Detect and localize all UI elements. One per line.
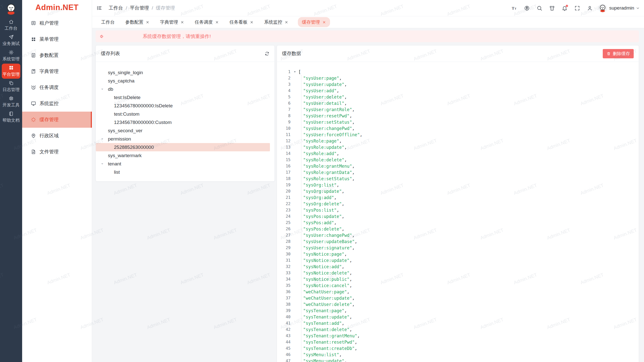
code-content: "sysNotice:add",: [303, 264, 344, 269]
line-number: 25: [277, 220, 291, 225]
tree-expand-caret[interactable]: [100, 137, 104, 141]
rail-item-home[interactable]: 工作台: [2, 18, 20, 33]
tab-6[interactable]: 缓存管理: [298, 17, 330, 27]
tab-4[interactable]: 任务看板: [229, 17, 254, 27]
rail-item-book[interactable]: 帮助文档: [2, 110, 20, 125]
tree-node-permission[interactable]: permission: [96, 135, 270, 143]
tree-node-123456780000000-custom[interactable]: 123456780000000:Custom: [96, 118, 270, 126]
tab-3[interactable]: 任务调度: [195, 17, 219, 27]
tree-node-test-custom[interactable]: test:Custom: [96, 110, 270, 118]
copy-icon: [9, 80, 14, 86]
sidebar-item-cache[interactable]: 缓存管理: [22, 112, 92, 128]
sidebar-item-region[interactable]: 行政区域: [22, 128, 92, 144]
rail-item-chip[interactable]: 开发工具: [2, 94, 20, 109]
code-content: "sysRole:grantMenu",: [303, 164, 355, 169]
app-logo-avatar[interactable]: [5, 2, 18, 15]
tab-close-icon[interactable]: [322, 20, 326, 24]
sidebar-item-menu-grid[interactable]: 菜单管理: [22, 31, 92, 47]
menu-fold-icon[interactable]: [96, 5, 102, 11]
rail-item-send[interactable]: 业务测试: [2, 33, 20, 48]
tab-1[interactable]: 参数配置: [125, 17, 149, 27]
sidebar-item-label: 字典管理: [39, 68, 59, 75]
delete-cache-label: 删除缓存: [613, 51, 630, 57]
code-content: "sysRole:page",: [303, 139, 342, 144]
sidebar-item-file[interactable]: 文件管理: [22, 144, 92, 160]
tree-node-sys-captcha[interactable]: sys_captcha: [96, 77, 270, 85]
json-viewer[interactable]: 1[2"sysUser:page",3"sysUser:update",4"sy…: [277, 62, 639, 362]
rail-item-label: 工作台: [5, 25, 18, 31]
sidebar-item-label: 菜单管理: [39, 36, 59, 42]
rail-item-copy[interactable]: 日志管理: [2, 79, 20, 94]
tree-node-test-isdelete[interactable]: test:IsDelete: [96, 93, 270, 102]
sidebar-item-dict[interactable]: 字典管理: [22, 63, 92, 79]
code-line: 23"sysPos:list",: [277, 207, 639, 213]
line-number: 33: [277, 270, 291, 275]
tree-node-list[interactable]: list: [96, 168, 270, 176]
tree-node-sys-wartermark[interactable]: sys_wartermark: [96, 151, 270, 160]
line-number: 3: [277, 82, 291, 87]
refresh-icon[interactable]: [265, 51, 269, 56]
tree-node-123456780000000-isdelete[interactable]: 123456780000000:IsDelete: [96, 102, 270, 110]
tab-close-icon[interactable]: [285, 20, 288, 24]
code-lines: 1[2"sysUser:page",3"sysUser:update",4"sy…: [277, 69, 639, 362]
rail-item-grid[interactable]: 平台管理: [2, 64, 20, 79]
line-number: 15: [277, 157, 291, 162]
tree-expand-caret[interactable]: [100, 162, 104, 166]
region-icon: [31, 133, 36, 139]
line-number: 27: [277, 233, 291, 238]
line-number: 36: [277, 289, 291, 294]
tab-5[interactable]: 系统监控: [264, 17, 288, 27]
code-content: "sysTenant:delete",: [303, 327, 352, 332]
breadcrumb-item-platform[interactable]: 平台管理: [130, 5, 149, 11]
tab-2[interactable]: 字典管理: [160, 17, 184, 27]
code-content: "sysUser:grantRole",: [303, 107, 355, 112]
user-menu[interactable]: superadmin: [598, 4, 640, 13]
search-icon[interactable]: [537, 5, 542, 11]
tree-node-sys-second-ver[interactable]: sys_second_ver: [96, 126, 270, 135]
line-number: 28: [277, 239, 291, 244]
fullscreen-icon[interactable]: [574, 5, 580, 11]
delete-cache-button[interactable]: 删除缓存: [603, 49, 634, 58]
tab-close-icon[interactable]: [180, 20, 184, 24]
code-content: "sysPos:list",: [303, 208, 339, 213]
code-content: "sysUser:updateBase",: [303, 239, 357, 244]
sidebar-item-config[interactable]: 参数配置: [22, 47, 92, 63]
tab-close-icon[interactable]: [146, 20, 149, 24]
notification-icon[interactable]: [562, 5, 568, 11]
tab-label: 任务看板: [229, 19, 248, 25]
file-icon: [31, 149, 36, 155]
trash-icon: [607, 52, 611, 56]
grid-icon: [9, 65, 14, 70]
line-number: 11: [277, 132, 291, 137]
code-line: 42"sysTenant:delete",: [277, 326, 639, 333]
code-content: "sysRole:update",: [303, 145, 347, 150]
tree-node-tenant[interactable]: tenant: [96, 160, 270, 168]
tab-0[interactable]: 工作台: [101, 17, 115, 27]
tab-close-icon[interactable]: [215, 20, 219, 24]
code-line: 30"sysNotice:page",: [277, 251, 639, 257]
code-line: 2"sysUser:page",: [277, 75, 639, 81]
tab-label: 系统监控: [264, 19, 282, 25]
breadcrumb-item-workbench[interactable]: 工作台: [109, 5, 123, 11]
rail-item-gear[interactable]: 系统管理: [2, 48, 20, 63]
line-number: 13: [277, 145, 291, 150]
theme-icon[interactable]: [549, 5, 555, 11]
sidebar-item-monitor[interactable]: 系统监控: [22, 96, 92, 112]
tree-node-db[interactable]: db: [96, 85, 270, 93]
tree-node-252885263000000[interactable]: 252885263000000: [96, 143, 270, 151]
sidebar-item-schedule[interactable]: 任务调度: [22, 79, 92, 96]
line-number: 26: [277, 227, 291, 231]
profile-icon[interactable]: [587, 5, 593, 11]
code-line: 44"sysTenant:resetPwd",: [277, 339, 639, 345]
tab-close-icon[interactable]: [250, 20, 254, 24]
config-icon: [31, 53, 36, 58]
language-icon[interactable]: [524, 5, 530, 11]
font-size-icon[interactable]: TT: [511, 5, 517, 11]
line-number: 38: [277, 302, 291, 307]
fold-caret-icon[interactable]: [293, 70, 297, 74]
tree-node-sys-single-login[interactable]: sys_single_login: [96, 68, 270, 77]
sidebar-item-tenant[interactable]: 租户管理: [22, 15, 92, 31]
tree-expand-caret[interactable]: [100, 87, 104, 91]
home-icon: [9, 19, 14, 24]
code-content: "sysRole:add",: [303, 151, 339, 156]
